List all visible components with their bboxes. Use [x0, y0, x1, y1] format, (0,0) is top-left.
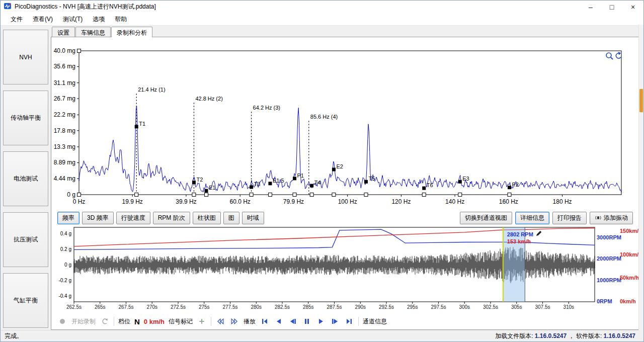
axis-handle[interactable]: [458, 193, 462, 197]
spectrum-chart[interactable]: 40.0 mg35.6 mg31.1 mg26.7 mg22.2 mg17.8 …: [53, 48, 637, 210]
order-marker-label: T3: [254, 181, 261, 187]
channel-info-button[interactable]: 通道信息: [363, 317, 387, 326]
order-marker-T6[interactable]: [422, 187, 426, 190]
corner-handle[interactable]: [77, 193, 81, 197]
time-x-tick-label: 295s: [407, 304, 418, 310]
order-marker-label: E3: [462, 176, 469, 182]
time-domain-button[interactable]: 时域: [242, 212, 264, 224]
axis-handle[interactable]: [310, 193, 313, 197]
time-x-tick-label: 297.5s: [431, 304, 446, 310]
scrollbar-thumb[interactable]: [639, 89, 643, 112]
axis-handle[interactable]: [250, 193, 253, 197]
axis-handle[interactable]: [364, 193, 368, 197]
time-x-tick-label: 285s: [303, 304, 314, 310]
order-marker-T5[interactable]: [364, 180, 368, 184]
menu-help[interactable]: 帮助: [110, 14, 132, 25]
sidebar-item-compression-test[interactable]: 抗压测试: [3, 212, 48, 267]
signal-mark-label: 信号标记: [169, 317, 193, 326]
bar-graph-button[interactable]: 柱状图: [193, 212, 221, 224]
road-speed-button[interactable]: 行驶速度: [116, 212, 150, 224]
order-marker-P2[interactable]: [508, 186, 511, 189]
time-x-tick-label: 282.5s: [275, 304, 290, 310]
order-marker-T4[interactable]: [310, 184, 313, 188]
frequency-button[interactable]: 频率: [57, 212, 79, 224]
add-vibration-button[interactable]: 添加振动: [590, 212, 633, 224]
order-marker-E1.5[interactable]: [268, 182, 272, 185]
menu-options[interactable]: 选项: [88, 14, 110, 25]
spectrum-x-tick-label: 39.9 Hz: [176, 198, 196, 205]
order-marker-label: T4: [314, 180, 321, 186]
sidebar-item-battery-test[interactable]: 电池测试: [3, 151, 48, 206]
tab-record-analyze[interactable]: 录制和分析: [111, 27, 152, 37]
sidebar-item-nvh[interactable]: NVH: [3, 30, 48, 84]
start-record-button[interactable]: 开始录制: [71, 317, 96, 326]
fast-forward-icon[interactable]: [229, 316, 239, 326]
record-icon[interactable]: [57, 316, 67, 326]
g-axis-label: -0.2 g: [58, 278, 71, 283]
fast-rewind-icon[interactable]: [215, 316, 225, 326]
step-forward-icon[interactable]: [330, 316, 340, 326]
order-marker-T3[interactable]: [250, 185, 253, 189]
time-x-tick-label: 270s: [146, 304, 157, 310]
3d-frequency-button[interactable]: 3D 频率: [82, 212, 114, 224]
skip-start-icon[interactable]: [260, 316, 270, 326]
spectrum-y-tick-label: 31.1 mg: [54, 79, 75, 87]
maximize-button[interactable]: □: [601, 1, 622, 13]
g-axis-label: -0.4 g: [58, 293, 71, 299]
pause-icon[interactable]: [302, 316, 312, 326]
scrollbar[interactable]: [638, 25, 643, 330]
vibration-icon: [595, 214, 602, 221]
axis-handle[interactable]: [192, 193, 196, 197]
corner-handle[interactable]: [77, 49, 81, 53]
menu-view[interactable]: 查看(V): [28, 14, 58, 25]
play-icon[interactable]: [316, 316, 326, 326]
undo-icon[interactable]: [100, 316, 110, 326]
rpm-axis-label: 1000RPM: [597, 277, 621, 283]
spectrum-plot-area[interactable]: [79, 51, 621, 195]
axis-handle[interactable]: [135, 193, 138, 197]
menu-bar: 文件查看(V)测试(T)选项帮助: [1, 13, 643, 26]
graph-button[interactable]: 图: [223, 212, 239, 224]
software-version-label: 软件版本:: [576, 332, 602, 339]
order-marker-label: T5: [368, 176, 375, 182]
menu-file[interactable]: 文件: [6, 14, 28, 25]
step-back-icon[interactable]: [288, 316, 298, 326]
add-signal-mark-icon[interactable]: [197, 316, 207, 326]
time-chart[interactable]: 0.4 g0.2 g0 g-0.2 g-0.4 g262.5s265s267.5…: [51, 225, 643, 314]
rpm-order-button[interactable]: RPM 阶次: [153, 212, 190, 224]
details-button[interactable]: 详细信息: [515, 212, 549, 224]
close-button[interactable]: ×: [622, 1, 643, 13]
axis-handle[interactable]: [268, 193, 272, 197]
spectrum-y-tick-label: 35.6 mg: [54, 63, 75, 70]
order-marker-P1[interactable]: [293, 177, 296, 180]
skip-end-icon[interactable]: [344, 316, 354, 326]
tab-vehicle-info[interactable]: 车辆信息: [75, 27, 111, 37]
order-marker-T1[interactable]: [135, 125, 138, 128]
sidebar-item-propshaft-balance[interactable]: 传动轴平衡: [3, 91, 48, 145]
print-report-button[interactable]: 打印报告: [552, 212, 587, 224]
play-back-icon[interactable]: [274, 316, 284, 326]
order-marker-T2[interactable]: [192, 181, 196, 184]
print-report-label: 打印报告: [557, 214, 582, 222]
axis-handle[interactable]: [293, 193, 296, 197]
minimize-button[interactable]: –: [580, 1, 601, 13]
menu-test[interactable]: 测试(T): [58, 14, 88, 25]
switch-channel-view-button[interactable]: 切换到通道视图: [460, 212, 512, 224]
rpm-axis-label: 2000RPM: [597, 255, 621, 262]
order-marker-E2[interactable]: [332, 167, 336, 171]
tab-settings[interactable]: 设置: [52, 27, 75, 37]
time-x-tick-label: 300s: [459, 304, 470, 310]
title-bar: PicoDiagnostics - NVH [高速上进行NVH测试.pddata…: [1, 1, 643, 13]
sidebar-item-cylinder-balance[interactable]: 气缸平衡: [3, 273, 48, 328]
axis-handle[interactable]: [422, 193, 426, 197]
spectrum-x-tick-label: 0 Hz: [73, 198, 86, 205]
axis-handle[interactable]: [332, 193, 336, 197]
status-bar: 完成。 加载文件版本: 1.16.0.5247 ， 软件版本: 1.16.0.5…: [1, 330, 643, 341]
axis-handle[interactable]: [508, 193, 511, 197]
file-version-value: 1.16.0.5247: [535, 332, 567, 339]
order-marker-E1[interactable]: [204, 189, 208, 193]
axis-handle[interactable]: [204, 193, 208, 197]
order-marker-E3[interactable]: [458, 180, 462, 184]
content-area: NVH传动轴平衡电池测试抗压测试气缸平衡 设置车辆信息录制和分析 40.0 mg…: [1, 26, 643, 330]
app-icon: [4, 2, 12, 12]
